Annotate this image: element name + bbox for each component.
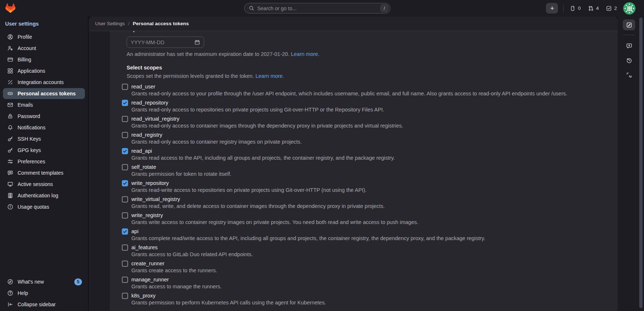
sidebar-item-notifications[interactable]: Notifications (3, 122, 85, 133)
sidebar-item-whats-new[interactable]: What's new 5 (3, 276, 85, 287)
scope-description: Grants read access to the API, including… (131, 155, 581, 162)
whats-new-label: What's new (18, 279, 44, 285)
sidebar-item-preferences[interactable]: Preferences (3, 156, 85, 167)
scope-name: write_repository (131, 180, 169, 187)
edit-pencil-icon (626, 22, 632, 28)
merge-requests-counter[interactable]: 4 (587, 5, 600, 12)
scope-row-read_user: read_user Grants read-only access to you… (122, 83, 583, 97)
sidebar-title: User settings (0, 17, 88, 31)
scope-checkbox-k8s_proxy[interactable] (122, 293, 128, 299)
scope-description: Grants read-only access to container ima… (131, 122, 581, 129)
expand-icon (626, 72, 632, 78)
scope-name: write_registry (131, 212, 163, 219)
collapse-sidebar-button[interactable]: Collapse sidebar (3, 299, 85, 310)
scope-checkbox-read_registry[interactable] (122, 132, 128, 138)
scope-description: Grants read-only access to repositories … (131, 106, 581, 113)
user-avatar[interactable] (623, 2, 636, 15)
email-icon (7, 102, 13, 108)
sidebar-item-help[interactable]: Help (3, 288, 85, 299)
merge-request-icon (588, 5, 594, 11)
breadcrumb: User Settings / Personal access tokens (89, 16, 618, 31)
scope-checkbox-write_registry[interactable] (122, 212, 128, 219)
scope-checkbox-create_runner[interactable] (122, 261, 128, 267)
scope-checkbox-write_repository[interactable] (122, 180, 128, 186)
expiration-date-field[interactable] (127, 37, 204, 48)
topbar-divider (563, 4, 564, 13)
sidebar-item-authentication-log[interactable]: Authentication log (3, 190, 85, 201)
sidebar-item-profile[interactable]: Profile (3, 31, 85, 42)
scope-checkbox-ai_features[interactable] (122, 244, 128, 251)
sidebar-item-ssh-keys[interactable]: SSH Keys (3, 133, 85, 144)
token-form: Expiration date An administrator has set… (110, 31, 618, 311)
question-icon (7, 290, 13, 296)
scope-row-ai_features: ai_features Grants access to GitLab Duo … (122, 244, 583, 258)
issues-counter[interactable]: 0 (569, 5, 582, 12)
history-icon (626, 57, 632, 64)
breadcrumb-current: Personal access tokens (133, 21, 189, 26)
key-icon (7, 147, 13, 153)
scope-checkbox-manage_runner[interactable] (122, 277, 128, 283)
rail-divider (623, 35, 635, 35)
history-button[interactable] (623, 55, 635, 66)
billing-icon (7, 57, 13, 62)
expiration-date-label-clipped: Expiration date (127, 31, 583, 34)
sidebar-item-usage-quotas[interactable]: Usage quotas (3, 201, 85, 212)
scopes-learn-more-link[interactable]: Learn more. (255, 73, 284, 79)
todos-counter[interactable]: 2 (605, 5, 618, 12)
global-search[interactable]: / (244, 3, 390, 14)
main-panel: User Settings / Personal access tokens E… (89, 16, 618, 311)
sidebar-item-gpg-keys[interactable]: GPG keys (3, 145, 85, 156)
search-input[interactable] (257, 5, 378, 11)
scope-checkbox-read_virtual_registry[interactable] (122, 116, 128, 122)
scope-row-write_virtual_registry: write_virtual_registry Grants read, writ… (122, 196, 583, 210)
add-comment-button[interactable] (623, 40, 635, 51)
scope-checkbox-api[interactable] (122, 228, 128, 235)
sidebar-item-password[interactable]: Password (3, 111, 85, 122)
calendar-icon[interactable] (194, 39, 200, 45)
key-icon (7, 136, 13, 142)
max-expiration-note: An administrator has set the maximum exp… (127, 51, 583, 58)
sidebar-item-billing[interactable]: Billing (3, 54, 85, 65)
scope-name: write_virtual_registry (131, 196, 180, 203)
content-area: Expiration date An administrator has set… (89, 31, 618, 311)
scope-row-api: api Grants complete read/write access to… (122, 228, 583, 242)
sidebar-nav: Profile Account Billing Applications Int… (0, 31, 88, 212)
scope-name: ai_features (131, 244, 158, 251)
scope-name: read_repository (131, 99, 168, 106)
sidebar-footer: What's new 5 Help Collapse sidebar (0, 276, 88, 310)
scope-description: Grants read, write, and delete access to… (131, 203, 581, 210)
create-new-button[interactable]: + (546, 3, 558, 14)
scope-name: manage_runner (131, 276, 169, 283)
scope-checkbox-read_api[interactable] (122, 148, 128, 154)
sidebar-item-comment-templates[interactable]: Comment templates (3, 167, 85, 178)
collapse-icon (7, 301, 13, 307)
select-scopes-subtitle: Scopes set the permission levels granted… (127, 73, 583, 80)
scope-description: Grants write access to container registr… (131, 219, 581, 226)
settings-sidebar: User settings Profile Account Billing Ap… (0, 16, 88, 311)
account-icon (7, 45, 13, 51)
edit-button[interactable] (623, 19, 635, 30)
scope-checkbox-self_rotate[interactable] (122, 164, 128, 170)
select-scopes-heading: Select scopes (127, 64, 583, 71)
authlog-icon (7, 193, 13, 198)
merge-requests-count: 4 (596, 5, 599, 11)
scope-checkbox-read_user[interactable] (122, 84, 128, 90)
gitlab-logo[interactable] (5, 3, 15, 13)
scope-checkbox-read_repository[interactable] (122, 100, 128, 106)
sidebar-item-applications[interactable]: Applications (3, 65, 85, 76)
expiration-learn-more-link[interactable]: Learn more. (291, 51, 319, 57)
breadcrumb-user-settings[interactable]: User Settings (95, 21, 125, 26)
sidebar-item-integration-accounts[interactable]: Integration accounts (3, 77, 85, 88)
sidebar-item-emails[interactable]: Emails (3, 99, 85, 110)
sidebar-item-active-sessions[interactable]: Active sessions (3, 179, 85, 190)
scope-checkbox-write_virtual_registry[interactable] (122, 196, 128, 202)
sidebar-item-personal-access-tokens[interactable]: Personal access tokens (3, 88, 85, 99)
sidebar-item-account[interactable]: Account (3, 43, 85, 54)
scope-name: read_user (131, 83, 155, 90)
scrollbar-thumb[interactable] (639, 18, 643, 308)
expiration-date-input[interactable] (131, 39, 191, 45)
profile-icon (7, 34, 13, 40)
search-icon (249, 5, 254, 11)
applications-icon (7, 68, 13, 74)
expand-button[interactable] (623, 69, 635, 80)
